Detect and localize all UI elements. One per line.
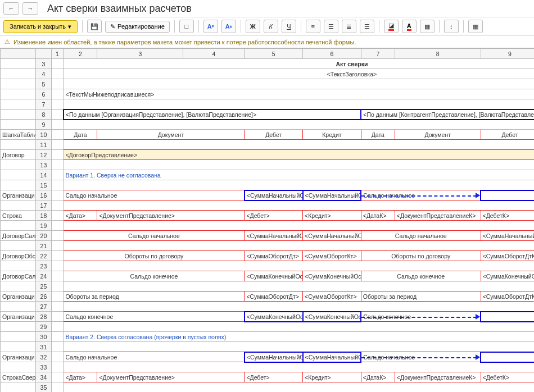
by-org-cell[interactable]: <По данным [ОрганизацияПредставление], [… <box>64 110 361 120</box>
layout-grid[interactable]: 1 2 3 4 5 6 7 8 9 10 11 3Акт сверки 4<Те… <box>0 48 534 392</box>
font-shrink-button[interactable]: A▾ <box>203 20 218 33</box>
row-height-button[interactable]: ↕ <box>444 20 459 33</box>
table-row[interactable]: 13 <box>1 160 535 170</box>
table-row[interactable]: 31 <box>1 342 535 352</box>
col-header[interactable]: 7 <box>361 49 395 59</box>
table-row[interactable]: 23 <box>1 261 535 271</box>
col-header[interactable]: 8 <box>395 49 481 59</box>
table-row[interactable]: 21 <box>1 241 535 251</box>
separator <box>241 20 241 33</box>
table-row[interactable]: Организаци28 Сальдо конечное <СуммаКонеч… <box>1 312 535 322</box>
table-row[interactable]: 5 <box>1 79 535 89</box>
separator <box>198 20 199 33</box>
table-row[interactable]: 29 <box>1 322 535 332</box>
table-row[interactable]: Организаци32 Сальдо начальное <СуммаНача… <box>1 352 535 362</box>
pencil-icon: ✎ <box>110 23 115 30</box>
table-row[interactable]: 9 <box>1 120 535 130</box>
table-row[interactable]: 11 <box>1 140 535 150</box>
table-row[interactable]: 14Вариант 1. Сверка не согласована <box>1 170 535 180</box>
table-row[interactable]: Организаци16 Сальдо начальное <СуммаНача… <box>1 190 535 200</box>
table-row[interactable]: 19 <box>1 221 535 231</box>
page-title: Акт сверки взаимных расчетов <box>47 3 192 15</box>
save-and-close-button[interactable]: Записать и закрыть ▾ <box>3 20 78 33</box>
separator <box>301 20 301 33</box>
by-counterparty-cell[interactable]: <По данным [КонтрагентПредставление], [В… <box>361 110 534 120</box>
table-row[interactable]: ДоговорОбс22 Обороты по договору <СуммаО… <box>1 251 535 261</box>
table-row[interactable]: СтрокаСвер34 <Дата> <ДокументПредставлен… <box>1 372 535 382</box>
col-header[interactable]: 2 <box>64 49 97 59</box>
separator <box>379 20 379 33</box>
table-row[interactable]: Строка18 <Дата> <ДокументПредставление> … <box>1 211 535 221</box>
align-left-button[interactable]: ≡ <box>306 20 320 33</box>
col-header[interactable]: 3 <box>97 49 183 59</box>
save-and-close-label: Записать и закрыть <box>10 23 66 30</box>
col-header[interactable]: 6 <box>303 49 361 59</box>
col-header-row: 1 2 3 4 5 6 7 8 9 10 11 <box>1 49 535 59</box>
warning-banner: ⚠ Изменение имен областей, а также парам… <box>0 36 534 48</box>
table-row[interactable]: Организаци26 Обороты за период <СуммаОбо… <box>1 291 535 302</box>
table-row[interactable]: 4<ТекстЗаголовка> <box>1 69 535 79</box>
table-row[interactable]: 8 <По данным [ОрганизацияПредставление],… <box>1 110 535 120</box>
table-row[interactable]: ДоговорСал24 Сальдо конечное <СуммаКонеч… <box>1 271 535 281</box>
table-row[interactable]: 27 <box>1 302 535 312</box>
table-row[interactable]: 17 <box>1 200 535 211</box>
table-row[interactable]: 15 <box>1 180 535 190</box>
act-title: Акт сверки <box>64 59 534 69</box>
bold-button[interactable]: Ж <box>246 20 260 33</box>
italic-button[interactable]: К <box>264 20 278 33</box>
col-header[interactable]: 9 <box>481 49 534 59</box>
col-header[interactable]: 5 <box>245 49 303 59</box>
warning-icon: ⚠ <box>4 38 10 45</box>
table-row[interactable]: Договор12 <ДоговорПредставление> <box>1 150 535 160</box>
align-right-button[interactable]: ≣ <box>342 20 356 33</box>
dropdown-chevron-icon: ▾ <box>68 23 71 30</box>
area-col-header[interactable] <box>1 49 36 59</box>
table-row[interactable]: 6<ТекстМыНижеподписавшиеся> <box>1 89 535 99</box>
edit-label: Редактирование <box>117 23 165 30</box>
rownum-col-header[interactable] <box>36 49 51 59</box>
warning-text: Изменение имен областей, а также парамет… <box>13 39 356 45</box>
table-row[interactable]: 3Акт сверки <box>1 59 535 69</box>
table-row[interactable]: ДоговорСал20 Сальдо начальное <СуммаНача… <box>1 231 535 241</box>
col-header[interactable]: 1 <box>51 49 64 59</box>
separator <box>463 20 464 33</box>
table-row[interactable]: ШапкаТабли10 Дата Документ Дебет Кредит … <box>1 130 535 140</box>
align-justify-button[interactable]: ☰ <box>360 20 374 33</box>
table-row[interactable]: 33 <box>1 362 535 372</box>
table-row[interactable]: 7 <box>1 99 535 110</box>
text-color-button[interactable]: A <box>402 20 417 33</box>
separator <box>439 20 440 33</box>
table-row[interactable]: 35 <box>1 382 535 393</box>
underline-button[interactable]: Ч <box>282 20 296 33</box>
border-button[interactable]: ▦ <box>420 20 435 33</box>
save-button[interactable]: 💾 <box>87 20 102 33</box>
separator <box>174 20 175 33</box>
col-header[interactable]: 4 <box>183 49 245 59</box>
table-row[interactable]: 30Вариант 2. Сверка согласована (прочерк… <box>1 332 535 342</box>
table-row[interactable]: 25 <box>1 281 535 291</box>
edit-mode-button[interactable]: ✎ Редактирование <box>105 21 170 33</box>
back-button[interactable]: ← <box>3 2 19 15</box>
fill-color-button[interactable]: ◪ <box>384 20 399 33</box>
separator <box>82 20 83 33</box>
font-grow-button[interactable]: A▴ <box>221 20 236 33</box>
forward-button[interactable]: → <box>22 2 38 15</box>
clear-format-button[interactable]: □ <box>179 20 194 33</box>
table-button[interactable]: ▦ <box>468 20 483 33</box>
align-center-button[interactable]: ☰ <box>324 20 338 33</box>
